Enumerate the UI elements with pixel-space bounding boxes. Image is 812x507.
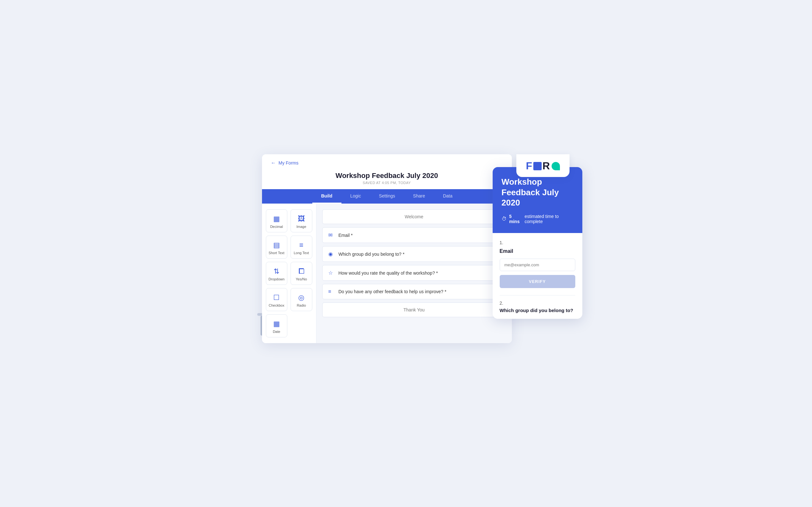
sidebar-label-long-text: Long Text (294, 251, 309, 255)
form-row-email[interactable]: ✉ Email * (322, 227, 506, 243)
preview-header-title: Workshop Feedback July 2020 (502, 177, 573, 208)
sidebar-item-checkbox[interactable]: ☐ Checkbox (266, 288, 288, 311)
radio-icon: ◎ (298, 293, 304, 302)
sidebar-item-radio[interactable]: ◎ Radio (291, 288, 312, 311)
logo-r: R (542, 160, 550, 172)
yes-no-icon: ⧠ (298, 267, 305, 276)
sidebar-label-yes-no: Yes/No (296, 277, 307, 281)
content-row: ▦ Decimal 🖼 Image ▤ Short Text ≡ Long Te… (262, 204, 512, 343)
preview-q1-num: 1. (500, 240, 575, 245)
email-field-label: Email * (339, 233, 353, 238)
sidebar-item-image[interactable]: 🖼 Image (291, 209, 312, 232)
sidebar-item-decimal[interactable]: ▦ Decimal (266, 209, 288, 232)
logo-m (552, 162, 560, 170)
preview-time-rest: estimated time to complete (525, 214, 573, 224)
form-saved-status: SAVED AT 4:05 PM, TODAY (271, 181, 503, 185)
preview-email-input[interactable] (500, 259, 575, 271)
form-row-quality[interactable]: ☆ How would you rate the quality of the … (322, 265, 506, 281)
thankyou-label: Thank You (403, 307, 424, 313)
clock-icon: ⏱ (502, 216, 507, 222)
field-type-sidebar: ▦ Decimal 🖼 Image ▤ Short Text ≡ Long Te… (262, 204, 316, 343)
decimal-icon: ▦ (273, 215, 280, 223)
form-row-thankyou[interactable]: Thank You (322, 302, 506, 317)
preview-q1-title: Email (500, 248, 575, 254)
logo-o (533, 162, 542, 170)
tab-bar: Build Logic Settings Share Data (262, 189, 512, 204)
preview-verify-button[interactable]: VERIFY (500, 275, 575, 288)
long-text-icon: ≡ (299, 241, 303, 249)
short-text-icon: ▤ (273, 241, 280, 249)
feedback-field-icon: ≡ (328, 289, 335, 294)
sidebar-label-image: Image (296, 225, 306, 229)
sidebar-label-short-text: Short Text (269, 251, 285, 255)
sidebar-item-short-text[interactable]: ▤ Short Text (266, 236, 288, 259)
preview-q2-title: Which group did you belong to? (500, 307, 575, 313)
back-arrow-icon: ← (271, 160, 276, 166)
sidebar-label-checkbox: Checkbox (269, 303, 285, 307)
sidebar-label-dropdown: Dropdown (268, 277, 285, 281)
sidebar-label-decimal: Decimal (270, 225, 283, 229)
sidebar-item-date[interactable]: ▦ Date (266, 314, 288, 337)
preview-time: ⏱ 5 mins estimated time to complete (502, 214, 573, 224)
form-title: Workshop Feedback July 2020 (271, 172, 503, 180)
image-icon: 🖼 (298, 215, 305, 223)
email-field-icon: ✉ (328, 232, 335, 238)
preview-body: 1. Email VERIFY 2. Which group did you b… (493, 233, 582, 319)
preview-time-bold: 5 mins (509, 214, 522, 224)
form-title-area: Workshop Feedback July 2020 SAVED AT 4:0… (262, 169, 512, 185)
tab-build[interactable]: Build (312, 189, 342, 204)
form-fields-list: Welcome ✉ Email * ◉ Which group did you … (316, 204, 512, 343)
form-row-welcome[interactable]: Welcome (322, 209, 506, 224)
back-nav-label[interactable]: My Forms (279, 160, 299, 166)
tab-settings[interactable]: Settings (370, 189, 404, 204)
feedback-field-label: Do you have any other feedback to help u… (339, 289, 447, 294)
preview-card: Workshop Feedback July 2020 ⏱ 5 mins est… (493, 167, 582, 319)
welcome-label: Welcome (405, 214, 423, 219)
sidebar-item-yes-no[interactable]: ⧠ Yes/No (291, 262, 312, 285)
sidebar-label-date: Date (273, 330, 280, 334)
tab-share[interactable]: Share (404, 189, 434, 204)
sidebar-item-long-text[interactable]: ≡ Long Text (291, 236, 312, 259)
checkbox-icon: ☐ (273, 293, 280, 302)
form-row-group[interactable]: ◉ Which group did you belong to? * (322, 246, 506, 262)
main-card: ← My Forms Workshop Feedback July 2020 S… (262, 154, 512, 343)
sidebar-label-radio: Radio (297, 303, 306, 307)
date-icon: ▦ (273, 320, 280, 328)
back-nav[interactable]: ← My Forms (262, 154, 512, 169)
tab-data[interactable]: Data (434, 189, 462, 204)
form-row-feedback[interactable]: ≡ Do you have any other feedback to help… (322, 284, 506, 299)
group-field-label: Which group did you belong to? * (339, 251, 405, 257)
quality-field-icon: ☆ (328, 270, 335, 276)
tab-logic[interactable]: Logic (342, 189, 370, 204)
logo-f: F (526, 160, 533, 172)
form-logo: F R (516, 154, 569, 177)
dropdown-icon: ⇅ (273, 267, 279, 276)
quality-field-label: How would you rate the quality of the wo… (339, 271, 438, 276)
sidebar-item-dropdown[interactable]: ⇅ Dropdown (266, 262, 288, 285)
preview-q2-num: 2. (500, 300, 575, 306)
group-field-icon: ◉ (328, 251, 335, 257)
